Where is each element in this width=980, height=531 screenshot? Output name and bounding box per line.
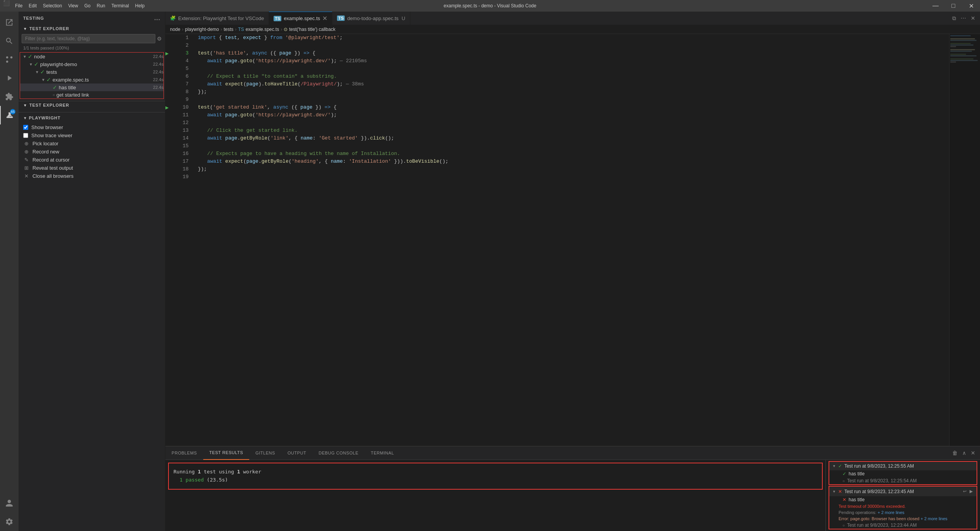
- panel-tab-gitlens[interactable]: GITLENS: [249, 446, 281, 460]
- ln-15: 15: [175, 142, 189, 150]
- result-subrun-1[interactable]: ○ Test run at 9/8/2023, 12:25:54 AM: [829, 477, 977, 484]
- close-all-browsers-action[interactable]: ✕ Close all browsers: [23, 172, 160, 180]
- gutter-10[interactable]: ▶: [165, 104, 172, 111]
- result-run-1-header[interactable]: ▼ ✓ Test run at 9/8/2023, 12:25:55 AM: [829, 462, 977, 470]
- test-explorer-header-2[interactable]: ▼ TEST EXPLORER: [19, 101, 165, 109]
- panel-tab-output[interactable]: OUTPUT: [281, 446, 313, 460]
- menu-edit[interactable]: Edit: [26, 0, 39, 12]
- breadcrumb-example-spec[interactable]: example.spec.ts: [245, 27, 279, 32]
- breadcrumb-ts-icon: TS: [238, 27, 244, 32]
- record-new-action[interactable]: ⊕ Record new: [23, 148, 160, 156]
- close-button[interactable]: ✕: [962, 0, 980, 12]
- maximize-button[interactable]: □: [944, 0, 962, 12]
- show-browser-option[interactable]: Show browser: [23, 123, 160, 131]
- close-panel-btn[interactable]: ✕: [969, 14, 977, 23]
- gutter-19: [165, 173, 172, 181]
- gutter-3[interactable]: ▶: [165, 49, 172, 57]
- activity-explorer[interactable]: [0, 13, 19, 32]
- breadcrumb-playwright-demo[interactable]: playwright-demo: [185, 27, 219, 32]
- sidebar-more-icon[interactable]: ...: [154, 15, 160, 22]
- tree-label-playwright-demo: playwright-demo: [40, 61, 151, 67]
- error-detail-link[interactable]: + 2 more lines: [920, 516, 947, 521]
- result-item-has-title-pass[interactable]: ✓ has title: [829, 470, 977, 477]
- menu-help[interactable]: Help: [133, 0, 147, 12]
- menu-run[interactable]: Run: [94, 0, 107, 12]
- code-line-1: import { test, expect } from '@playwrigh…: [198, 34, 943, 42]
- activity-extensions[interactable]: [0, 87, 19, 106]
- tree-item-example-spec[interactable]: ▼ ✓ example.spec.ts 22.4s: [20, 76, 163, 83]
- breadcrumb-test-callback[interactable]: test('has title') callback: [289, 27, 335, 32]
- clear-results-btn[interactable]: 🗑: [951, 448, 959, 458]
- panel-tab-debug-console[interactable]: DEBUG CONSOLE: [312, 446, 364, 460]
- panel-tab-problems[interactable]: PROBLEMS: [165, 446, 203, 460]
- close-all-browsers-icon: ✕: [23, 173, 29, 179]
- tab-example-spec[interactable]: TS example.spec.ts ✕: [269, 12, 332, 25]
- tab-close-example-spec[interactable]: ✕: [322, 15, 327, 22]
- breadcrumb-node[interactable]: node: [170, 27, 180, 32]
- panel-left: Running 1 test using 1 worker 1 passed (…: [165, 460, 825, 531]
- tree-item-node[interactable]: ▼ ✓ node 22.4s: [20, 53, 163, 60]
- pick-locator-icon: ⊕: [23, 141, 29, 146]
- close-results-panel-btn[interactable]: ✕: [969, 448, 977, 458]
- reveal-test-output-action[interactable]: ⊞ Reveal test output: [23, 164, 160, 172]
- result-run-2-rerun-btn[interactable]: ↩: [962, 488, 967, 495]
- code-content[interactable]: import { test, expect } from '@playwrigh…: [192, 34, 949, 446]
- result-item-has-title-fail[interactable]: ✕ has title: [829, 496, 977, 503]
- activity-search[interactable]: [0, 32, 19, 50]
- result-run-2-label: Test run at 9/8/2023, 12:23:45 AM: [844, 489, 914, 494]
- filter-input[interactable]: [22, 34, 155, 43]
- activity-bar: 65: [0, 12, 19, 531]
- ln-2: 2: [175, 42, 189, 49]
- record-at-cursor-icon: ✎: [23, 157, 29, 163]
- panel-tab-test-results[interactable]: TEST RESULTS: [203, 446, 250, 460]
- result-run-2-header[interactable]: ▼ ✕ Test run at 9/8/2023, 12:23:45 AM ↩ …: [829, 487, 977, 496]
- show-trace-viewer-option[interactable]: Show trace viewer: [23, 131, 160, 140]
- more-actions-btn[interactable]: ⋯: [959, 14, 968, 23]
- sidebar: TESTING ... ▼ TEST EXPLORER ⚙ 1/1 tests …: [19, 12, 165, 531]
- pick-locator-action[interactable]: ⊕ Pick locator: [23, 140, 160, 148]
- panel-tab-terminal[interactable]: TERMINAL: [365, 446, 400, 460]
- split-editor-btn[interactable]: ⧉: [951, 14, 958, 23]
- test-explorer-header-1[interactable]: ▼ TEST EXPLORER: [19, 25, 165, 32]
- test-explorer-chevron-1: ▼: [23, 27, 27, 31]
- record-at-cursor-action[interactable]: ✎ Record at cursor: [23, 156, 160, 164]
- activity-accounts[interactable]: [0, 494, 19, 512]
- menu-file[interactable]: File: [13, 0, 25, 12]
- result-run-1-label: Test run at 9/8/2023, 12:25:55 AM: [844, 463, 914, 469]
- pending-ops-link[interactable]: + 2 more lines: [878, 510, 904, 515]
- show-browser-checkbox[interactable]: [23, 125, 28, 130]
- menu-selection[interactable]: Selection: [41, 0, 64, 12]
- menu-terminal[interactable]: Terminal: [109, 0, 131, 12]
- svg-point-0: [6, 61, 9, 63]
- test-explorer-section-2: ▼ TEST EXPLORER: [19, 101, 165, 109]
- breadcrumb-tests[interactable]: tests: [224, 27, 233, 32]
- menu-view[interactable]: View: [66, 0, 80, 12]
- filter-icon[interactable]: ⚙: [157, 36, 162, 42]
- test-explorer-label-1: TEST EXPLORER: [29, 26, 69, 31]
- tree-item-has-title[interactable]: ✓ has title 22.4s ▶ ⚙ 📄: [20, 83, 163, 91]
- menu-go[interactable]: Go: [82, 0, 93, 12]
- tab-modified-demo-todo: U: [402, 15, 405, 21]
- tree-item-tests[interactable]: ▼ ✓ tests 22.4s: [20, 68, 163, 76]
- activity-source-control[interactable]: [0, 50, 19, 69]
- tree-item-playwright-demo[interactable]: ▼ ✓ playwright-demo 22.4s: [20, 60, 163, 68]
- result-run-2-play-btn[interactable]: ▶: [969, 488, 973, 495]
- result-run-2-actions: ↩ ▶: [962, 488, 973, 495]
- minimize-button[interactable]: ―: [927, 0, 944, 12]
- code-line-3: test('has title', async ({ page }) => {: [198, 49, 943, 57]
- worker-count: 1: [237, 469, 240, 475]
- tab-demo-todo[interactable]: TS demo-todo-app.spec.ts U: [332, 12, 410, 25]
- show-trace-viewer-checkbox[interactable]: [23, 133, 28, 138]
- tab-extension[interactable]: 🧩 Extension: Playwright Test for VSCode: [165, 12, 269, 25]
- collapse-panel-btn[interactable]: ∧: [961, 448, 968, 458]
- activity-settings[interactable]: [0, 512, 19, 531]
- breadcrumb-sep-3: ›: [235, 27, 236, 32]
- code-line-15: [198, 142, 943, 150]
- activity-run-debug[interactable]: [0, 69, 19, 87]
- playwright-header[interactable]: ▼ PLAYWRIGHT: [23, 116, 160, 120]
- gutter-12: [165, 119, 172, 127]
- result-subrun-2[interactable]: ○ Test run at 9/8/2023, 12:23:44 AM: [829, 522, 977, 529]
- gutter-1: [165, 34, 172, 42]
- tree-item-get-started-link[interactable]: ○ get started link: [20, 91, 163, 99]
- activity-testing[interactable]: 65: [0, 106, 19, 124]
